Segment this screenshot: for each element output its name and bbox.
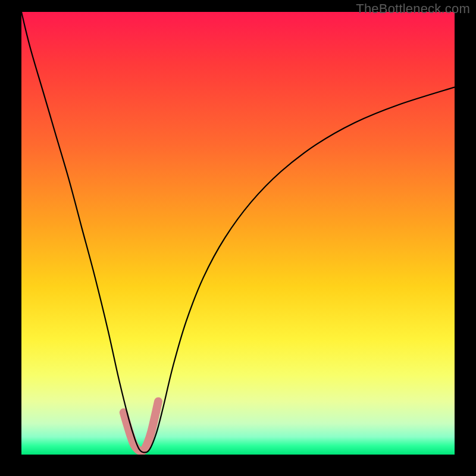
curve-layer <box>21 12 455 455</box>
plot-area <box>21 12 455 455</box>
watermark-text: TheBottleneck.com <box>356 1 470 17</box>
bottleneck-curve <box>21 12 455 452</box>
chart-frame: TheBottleneck.com <box>0 0 476 476</box>
